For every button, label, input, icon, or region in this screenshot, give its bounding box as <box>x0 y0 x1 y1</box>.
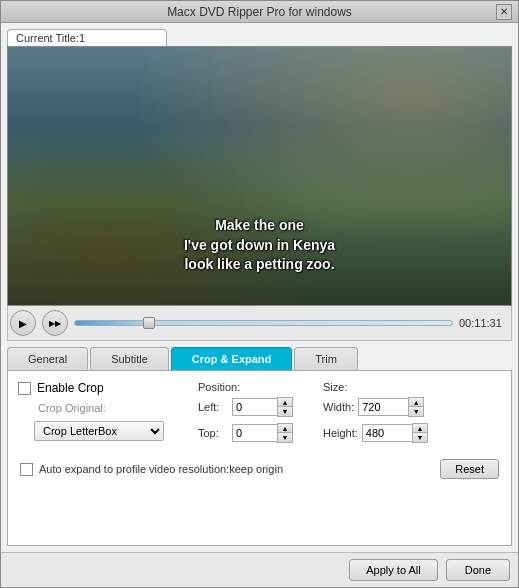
width-spin-buttons: ▲ ▼ <box>408 397 424 417</box>
left-spin: ▲ ▼ <box>232 397 293 417</box>
ff-icon: ▶▶ <box>49 319 61 328</box>
play-button[interactable]: ▶ <box>10 310 36 336</box>
bottom-bar: Apply to All Done <box>1 552 518 587</box>
left-spin-up[interactable]: ▲ <box>278 398 292 407</box>
crop-right: Position: Left: ▲ ▼ <box>198 381 428 447</box>
title-bar: Macx DVD Ripper Pro for windows ✕ <box>1 1 518 23</box>
done-button[interactable]: Done <box>446 559 510 581</box>
enable-crop-checkbox[interactable] <box>18 382 31 395</box>
width-label: Width: <box>323 401 354 413</box>
current-title-tab[interactable]: Current Title:1 <box>7 29 167 46</box>
tab-subtitle[interactable]: Subtitle <box>90 347 169 370</box>
play-icon: ▶ <box>19 318 27 329</box>
tab-content-crop: Enable Crop Crop Original: Crop LetterBo… <box>7 370 512 546</box>
video-player: Make the one I've got down in Kenya look… <box>7 46 512 306</box>
width-spin: ▲ ▼ <box>358 397 424 417</box>
subtitle-overlay: Make the one I've got down in Kenya look… <box>184 216 335 275</box>
close-button[interactable]: ✕ <box>496 4 512 20</box>
tab-general[interactable]: General <box>7 347 88 370</box>
crop-select[interactable]: Crop LetterBox Crop PillarBox Custom <box>34 421 164 441</box>
left-input[interactable] <box>232 398 277 416</box>
progress-slider[interactable] <box>74 320 453 326</box>
enable-crop-row: Enable Crop <box>18 381 178 395</box>
main-window: Macx DVD Ripper Pro for windows ✕ Curren… <box>0 0 519 588</box>
height-label: Height: <box>323 427 358 439</box>
tabs-row: General Subtitle Crop & Expand Trim <box>7 347 512 370</box>
crop-original-label-row: Crop Original: <box>18 401 178 415</box>
fast-forward-button[interactable]: ▶▶ <box>42 310 68 336</box>
top-spin: ▲ ▼ <box>232 423 293 443</box>
tab-trim[interactable]: Trim <box>294 347 358 370</box>
left-spin-down[interactable]: ▼ <box>278 407 292 416</box>
position-group: Position: Left: ▲ ▼ <box>198 381 293 447</box>
size-group: Size: Width: ▲ ▼ <box>323 381 428 447</box>
top-spin-down[interactable]: ▼ <box>278 433 292 442</box>
crop-select-row: Crop LetterBox Crop PillarBox Custom <box>18 421 178 441</box>
left-field-row: Left: ▲ ▼ <box>198 397 293 417</box>
time-display: 00:11:31 <box>459 317 509 329</box>
height-spin-buttons: ▲ ▼ <box>412 423 428 443</box>
window-title: Macx DVD Ripper Pro for windows <box>23 5 496 19</box>
crop-section: Enable Crop Crop Original: Crop LetterBo… <box>18 381 501 447</box>
height-spin-up[interactable]: ▲ <box>413 424 427 433</box>
width-input[interactable] <box>358 398 408 416</box>
size-label: Size: <box>323 381 428 393</box>
top-label: Top: <box>198 427 228 439</box>
enable-crop-label: Enable Crop <box>37 381 104 395</box>
tab-crop-expand[interactable]: Crop & Expand <box>171 347 292 370</box>
auto-expand-checkbox[interactable] <box>20 463 33 476</box>
height-spin-down[interactable]: ▼ <box>413 433 427 442</box>
width-spin-up[interactable]: ▲ <box>409 398 423 407</box>
top-field-row: Top: ▲ ▼ <box>198 423 293 443</box>
top-spin-up[interactable]: ▲ <box>278 424 292 433</box>
left-spin-buttons: ▲ ▼ <box>277 397 293 417</box>
crop-left: Enable Crop Crop Original: Crop LetterBo… <box>18 381 178 447</box>
top-spin-buttons: ▲ ▼ <box>277 423 293 443</box>
height-spin: ▲ ▼ <box>362 423 428 443</box>
progress-thumb[interactable] <box>143 317 155 329</box>
controls-bar: ▶ ▶▶ 00:11:31 <box>7 306 512 341</box>
reset-button[interactable]: Reset <box>440 459 499 479</box>
left-label: Left: <box>198 401 228 413</box>
width-field-row: Width: ▲ ▼ <box>323 397 428 417</box>
auto-expand-label: Auto expand to profile video resolution:… <box>39 463 283 475</box>
main-content: Current Title:1 Make the one I've got do… <box>1 23 518 552</box>
position-label: Position: <box>198 381 293 393</box>
top-input[interactable] <box>232 424 277 442</box>
crop-original-label: Crop Original: <box>38 402 106 414</box>
apply-to-all-button[interactable]: Apply to All <box>349 559 437 581</box>
auto-expand-row: Auto expand to profile video resolution:… <box>18 455 501 483</box>
width-spin-down[interactable]: ▼ <box>409 407 423 416</box>
height-field-row: Height: ▲ ▼ <box>323 423 428 443</box>
height-input[interactable] <box>362 424 412 442</box>
